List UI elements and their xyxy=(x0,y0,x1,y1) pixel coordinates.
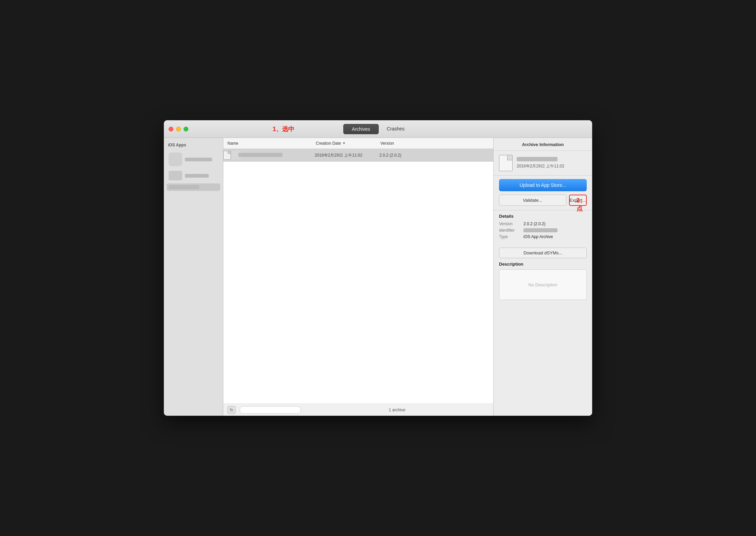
sidebar-apps xyxy=(164,149,223,192)
action-buttons-row: Validate... Export... 2、点 xyxy=(494,195,592,210)
annotation-step-2: 2、点 xyxy=(577,196,586,213)
sidebar-app-item-2[interactable] xyxy=(167,169,220,182)
annotation-1: 1、选中 xyxy=(273,125,294,133)
details-section: Details Version 2.0.2 (2.0.2) Identifier… xyxy=(494,210,592,244)
version-detail-row: Version 2.0.2 (2.0.2) xyxy=(499,221,587,226)
identifier-detail-row: Identifier xyxy=(499,228,587,233)
app-icon-1 xyxy=(169,153,182,166)
close-button[interactable] xyxy=(169,127,173,131)
file-list-header: Name Creation Date ▼ Version xyxy=(223,138,493,149)
file-list-body: 2016年2月29日 上午11:02 2.0.2 (2.0.2) xyxy=(223,149,493,404)
type-value: iOS App Archive xyxy=(523,234,553,239)
content-area: iOS Apps Name Creation Date xyxy=(164,138,592,416)
archive-doc-icon-large xyxy=(499,155,513,171)
file-list-footer: ↻ 1 archive xyxy=(223,404,493,416)
file-name-blurred xyxy=(238,153,282,157)
col-header-version: Version xyxy=(380,141,489,146)
app-name-3-blurred xyxy=(169,185,199,189)
type-label: Type xyxy=(499,234,522,239)
titlebar: 1、选中 Archives Crashes xyxy=(164,120,592,138)
annotation-step-1: 1、选中 xyxy=(273,125,294,133)
col-header-name: Name xyxy=(227,141,316,146)
sort-arrow-icon: ▼ xyxy=(342,141,346,145)
file-name xyxy=(238,153,315,158)
archive-meta-text: 2016年2月29日 上午11:02 xyxy=(517,157,564,169)
archive-creation-date: 2016年2月29日 上午11:02 xyxy=(517,164,564,168)
app-icon-2 xyxy=(169,171,182,180)
sidebar-section-label: iOS Apps xyxy=(164,141,223,149)
upload-to-appstore-button[interactable]: Upload to App Store... xyxy=(499,179,587,191)
footer-search-input[interactable] xyxy=(240,406,301,414)
tab-archives[interactable]: Archives xyxy=(343,124,379,134)
details-title: Details xyxy=(499,214,587,219)
identifier-label: Identifier xyxy=(499,228,522,233)
version-label: Version xyxy=(499,221,522,226)
footer-action-icon[interactable]: ↻ xyxy=(227,406,236,414)
sidebar: iOS Apps xyxy=(164,138,223,416)
validate-button[interactable]: Validate... xyxy=(499,195,566,206)
archive-info-title: Archive Information xyxy=(494,138,592,151)
sidebar-app-item-1[interactable] xyxy=(167,151,220,168)
identifier-value-blurred xyxy=(523,228,557,232)
app-name-2-blurred xyxy=(185,174,209,178)
file-date: 2016年2月29日 上午11:02 xyxy=(315,153,379,158)
version-value: 2.0.2 (2.0.2) xyxy=(523,221,546,226)
file-list-container: Name Creation Date ▼ Version xyxy=(223,138,494,416)
download-dsyms-container: Download dSYMs... xyxy=(494,244,592,262)
tab-crashes[interactable]: Crashes xyxy=(379,124,413,134)
sidebar-app-item-3[interactable] xyxy=(167,183,220,191)
col-header-date: Creation Date ▼ xyxy=(316,141,380,146)
no-description-text: No Description xyxy=(528,282,557,287)
file-icon xyxy=(227,151,236,160)
minimize-button[interactable] xyxy=(176,127,181,131)
annotation-2: 2、点 xyxy=(577,196,586,213)
right-panel: Archive Information 2016年2月29日 上午11:02 U… xyxy=(494,138,592,416)
tab-group: Archives Crashes xyxy=(343,124,413,134)
description-title: Description xyxy=(499,262,587,267)
archive-name-blurred xyxy=(517,157,557,161)
type-detail-row: Type iOS App Archive xyxy=(499,234,587,239)
app-name-1-blurred xyxy=(185,158,212,161)
main-window: 1、选中 Archives Crashes iOS Apps xyxy=(164,120,592,416)
file-version: 2.0.2 (2.0.2) xyxy=(379,153,401,158)
download-dsyms-button[interactable]: Download dSYMs... xyxy=(499,248,587,258)
archive-count: 1 archive xyxy=(305,408,489,412)
table-row[interactable]: 2016年2月29日 上午11:02 2.0.2 (2.0.2) xyxy=(223,149,493,162)
archive-info-meta: 2016年2月29日 上午11:02 xyxy=(494,151,592,176)
archive-doc-icon xyxy=(223,151,231,160)
export-button-highlight: Export... 2、点 xyxy=(569,195,587,206)
description-section: Description No Description xyxy=(494,262,592,303)
description-box: No Description xyxy=(499,269,587,300)
fullscreen-button[interactable] xyxy=(184,127,188,131)
traffic-lights xyxy=(169,127,188,131)
